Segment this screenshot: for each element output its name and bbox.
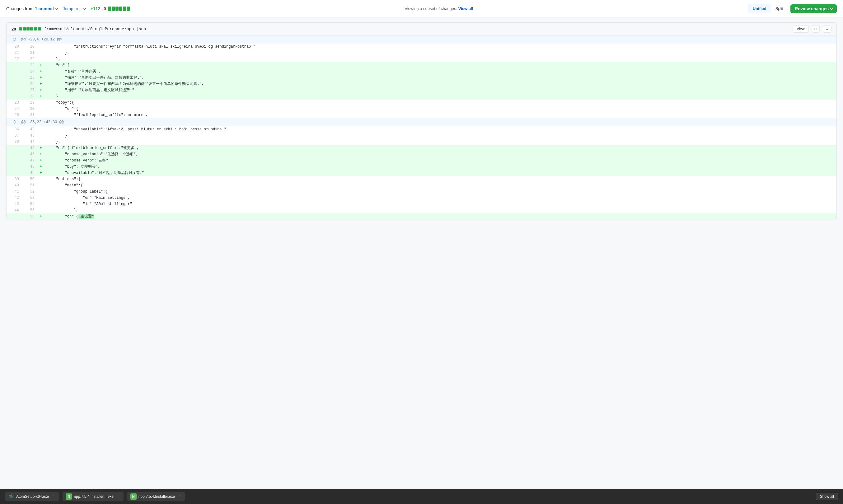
diff-sign — [38, 139, 44, 145]
add-row: 25 + "描述":"单击卖出一件产品。对预购非常好.", — [6, 75, 837, 81]
hunk-info: ⬡ @@ -20,6 +20,12 @@ — [6, 35, 837, 43]
diff-code: "cn":{"主设置" — [44, 213, 837, 220]
diff-block — [108, 6, 111, 11]
diff-sign: + — [38, 151, 44, 158]
diff-block — [115, 6, 119, 11]
view-all-link[interactable]: View all — [459, 6, 473, 11]
old-line-num — [6, 93, 22, 100]
diff-code: "main":{ — [44, 182, 837, 188]
diff-code: "unavailable":"对不起，此商品暂时没有." — [44, 170, 837, 176]
diff-sign: + — [38, 69, 44, 75]
taskbar-label-npp1: npp.7.5.4.Installer....exe — [74, 494, 113, 499]
old-line-num: 20 — [6, 43, 22, 50]
old-line-num — [6, 213, 22, 220]
split-button[interactable]: Split — [771, 4, 788, 13]
old-line-num — [6, 62, 22, 69]
new-line-num: 20 — [22, 43, 38, 50]
new-line-num: 24 — [22, 69, 38, 75]
new-line-num: 23 — [22, 62, 38, 69]
context-row: 42 53 "en":"Main settings", — [6, 195, 837, 201]
old-line-num: 22 — [6, 56, 22, 62]
new-line-num: 21 — [22, 50, 38, 56]
review-chevron-icon — [830, 7, 833, 10]
diff-sign — [38, 182, 44, 188]
diff-sign: + — [38, 93, 44, 100]
old-line-num: 39 — [6, 176, 22, 182]
diff-code: "group_label":{ — [44, 188, 837, 195]
diff-code: }, — [44, 56, 837, 62]
show-all-button[interactable]: Show all — [816, 493, 838, 500]
expand-icon-button[interactable]: ⌄ — [823, 25, 831, 33]
new-line-num: 56 — [22, 213, 38, 220]
expand-icon[interactable]: ⬡ — [10, 120, 19, 125]
taskbar-item-atom[interactable]: ⚛ AtomSetup-x64.exe ⌃ — [5, 492, 59, 501]
context-row: 41 52 "group_label":{ — [6, 188, 837, 195]
diff-sign — [38, 176, 44, 182]
new-line-num: 51 — [22, 182, 38, 188]
diff-file-header: 20 framework/elements/SinglePurchase/app… — [6, 23, 837, 35]
old-line-num: 40 — [6, 182, 22, 188]
diff-sign — [38, 112, 44, 118]
taskbar-close-npp2[interactable]: ⌃ — [177, 494, 182, 499]
diff-code: "options":{ — [44, 176, 837, 182]
diff-sign: + — [38, 158, 44, 164]
jump-to[interactable]: Jump to... — [62, 6, 85, 11]
review-changes-button[interactable]: Review changes — [790, 4, 837, 13]
old-line-num: 21 — [6, 50, 22, 56]
old-line-num — [6, 81, 22, 87]
old-line-num: 38 — [6, 139, 22, 145]
new-line-num: 22 — [22, 56, 38, 62]
diff-code: "en":"Main settings", — [44, 195, 837, 201]
new-line-num: 46 — [22, 151, 38, 158]
unified-button[interactable]: Unified — [748, 4, 771, 13]
diff-sign: + — [38, 62, 44, 69]
taskbar-close-npp1[interactable]: ⌃ — [115, 494, 121, 499]
expand-icon[interactable]: ⬡ — [10, 37, 19, 42]
add-row: 27 + "指示":"对物理商品，定义区域和运费." — [6, 87, 837, 93]
taskbar-item-npp2[interactable]: N npp.7.5.4.Installer.exe ⌃ — [127, 492, 185, 501]
new-line-num: 29 — [22, 100, 38, 106]
taskbar-item-npp1[interactable]: N npp.7.5.4.Installer....exe ⌃ — [62, 492, 123, 501]
old-line-num — [6, 69, 22, 75]
diff-code: } — [44, 132, 837, 139]
diff-code: "copy":{ — [44, 100, 837, 106]
diff-sign — [38, 195, 44, 201]
diff-code: "描述":"单击卖出一件产品。对预购非常好.", — [44, 75, 837, 81]
view-file-button[interactable]: View — [793, 25, 809, 33]
diff-sign: + — [38, 81, 44, 87]
diff-container: 20 framework/elements/SinglePurchase/app… — [6, 22, 837, 220]
taskbar-label-atom: AtomSetup-x64.exe — [16, 494, 49, 499]
diff-sign — [38, 188, 44, 195]
viewing-subset: Viewing a subset of changes. View all — [135, 6, 743, 11]
changes-from: Changes from 1 commit — [6, 6, 57, 11]
context-row: 23 29 "copy":{ — [6, 100, 837, 106]
diff-sign — [38, 132, 44, 139]
old-line-num — [6, 164, 22, 170]
diff-blocks — [108, 6, 130, 11]
diff-sign — [38, 56, 44, 62]
old-line-num: 37 — [6, 132, 22, 139]
old-line-num — [6, 87, 22, 93]
old-line-num: 25 — [6, 112, 22, 118]
diff-code: "flexibleprice_suffix":"or more", — [44, 112, 837, 118]
view-controls: Unified Split Review changes — [748, 4, 837, 13]
diff-code: "choose_variants":"先选择一个选项", — [44, 151, 837, 158]
diff-code: "名称":"单件购买", — [44, 69, 837, 75]
add-row: 23 + "cn":{ — [6, 62, 837, 69]
new-line-num: 45 — [22, 145, 38, 151]
diff-sign: + — [38, 164, 44, 170]
diff-code: "instructions":"Fyrir formfasta hluti sk… — [44, 43, 837, 50]
jump-to-chevron-icon — [84, 7, 86, 10]
old-line-num: 41 — [6, 188, 22, 195]
commit-link[interactable]: 1 commit — [35, 6, 57, 11]
diff-block — [123, 6, 126, 11]
taskbar-close-atom[interactable]: ⌃ — [51, 494, 56, 499]
file-path: framework/elements/SinglePurchase/app.js… — [44, 27, 789, 32]
old-line-num — [6, 170, 22, 176]
new-line-num: 50 — [22, 176, 38, 182]
new-line-num: 26 — [22, 81, 38, 87]
new-line-num: 30 — [22, 106, 38, 112]
diff-code: }, — [44, 139, 837, 145]
deletions: -0 — [102, 6, 106, 11]
view-mode-icon-button[interactable]: □ — [812, 25, 820, 33]
